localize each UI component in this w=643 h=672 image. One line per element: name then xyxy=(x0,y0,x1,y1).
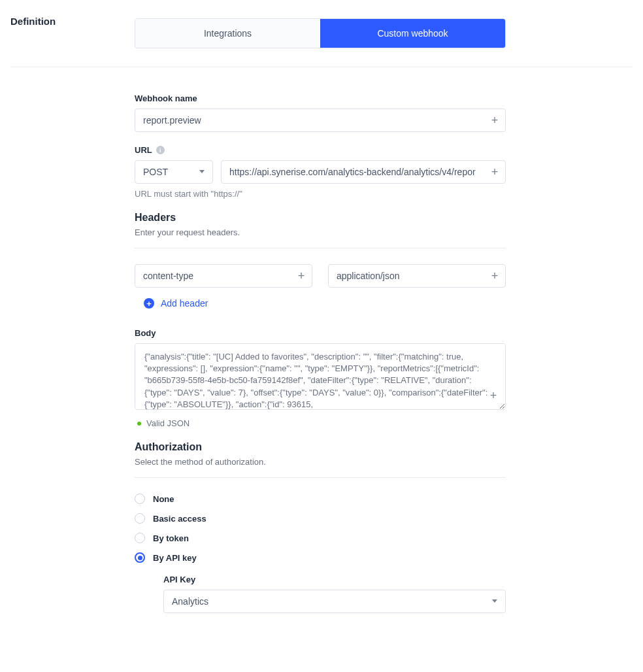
tab-custom-webhook[interactable]: Custom webhook xyxy=(320,19,505,48)
method-select[interactable]: POST xyxy=(135,160,213,184)
plus-icon[interactable]: + xyxy=(489,166,501,178)
body-label: Body xyxy=(135,328,506,338)
body-textarea[interactable] xyxy=(135,343,506,410)
url-helper-text: URL must start with "https://" xyxy=(135,189,506,199)
webhook-name-label: Webhook name xyxy=(135,93,506,103)
valid-json-indicator: Valid JSON xyxy=(135,418,506,428)
auth-option-none[interactable]: None xyxy=(135,494,506,504)
info-icon: i xyxy=(156,146,165,154)
status-dot-icon xyxy=(137,422,141,426)
radio-icon xyxy=(135,552,145,563)
divider xyxy=(135,477,506,478)
api-key-label: API Key xyxy=(163,575,506,584)
auth-title: Authorization xyxy=(135,441,506,453)
headers-subtitle: Enter your request headers. xyxy=(135,227,506,237)
auth-option-basic[interactable]: Basic access xyxy=(135,513,506,524)
auth-subtitle: Select the method of authorization. xyxy=(135,457,506,467)
chevron-down-icon xyxy=(492,599,499,603)
url-input[interactable] xyxy=(221,160,506,184)
url-label: URL i xyxy=(135,145,506,155)
auth-option-api-key[interactable]: By API key xyxy=(135,552,506,563)
radio-icon xyxy=(135,513,145,524)
webhook-name-input[interactable] xyxy=(135,109,506,132)
header-key-input[interactable] xyxy=(135,264,312,288)
auth-option-token[interactable]: By token xyxy=(135,533,506,543)
plus-icon[interactable]: + xyxy=(489,114,501,126)
plus-icon[interactable]: + xyxy=(487,390,499,401)
api-key-select[interactable]: Analytics xyxy=(163,590,506,613)
radio-icon xyxy=(135,494,145,504)
header-value-input[interactable] xyxy=(328,264,506,288)
plus-circle-icon: + xyxy=(144,298,154,309)
add-header-button[interactable]: + Add header xyxy=(135,298,506,309)
tab-integrations[interactable]: Integrations xyxy=(135,19,320,48)
headers-title: Headers xyxy=(135,212,506,224)
plus-icon[interactable]: + xyxy=(295,270,307,282)
tab-group: Integrations Custom webhook xyxy=(135,18,506,48)
plus-icon[interactable]: + xyxy=(489,270,501,282)
chevron-down-icon xyxy=(199,170,206,174)
page-title: Definition xyxy=(10,16,135,27)
divider xyxy=(135,248,506,248)
radio-icon xyxy=(135,533,145,543)
